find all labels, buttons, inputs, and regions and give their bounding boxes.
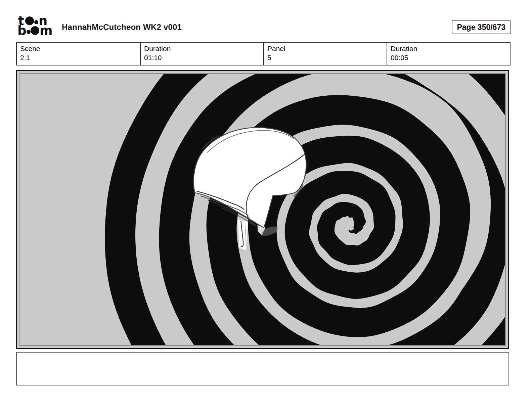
caption-box <box>16 352 509 385</box>
scene-duration-value: 01:10 <box>144 53 260 62</box>
storyboard-drawing <box>20 74 505 345</box>
logo-letter-b: b <box>17 24 27 36</box>
storyboard-page: t n b m HannahMcCutcheon WK2 v001 Page 3… <box>0 0 532 411</box>
info-cell-scene: Scene 2.1 <box>17 43 140 65</box>
info-cell-scene-duration: Duration 01:10 <box>140 43 263 65</box>
panel-label: Panel <box>267 44 383 53</box>
panel-info-table: Scene 2.1 Duration 01:10 Panel 5 Duratio… <box>16 42 511 65</box>
panel-value: 5 <box>267 53 383 62</box>
logo-dot-large-bottom <box>31 26 39 35</box>
info-cell-panel-duration: Duration 00:05 <box>387 43 510 65</box>
page-number-badge: Page 350/673 <box>452 20 511 34</box>
logo-dot-small-top <box>34 20 38 24</box>
toonboom-logo-icon: t n b m <box>17 14 58 36</box>
storyboard-panel-frame <box>16 70 509 349</box>
storyboard-panel-inner-frame <box>19 73 506 346</box>
info-cell-panel: Panel 5 <box>263 43 387 65</box>
logo-letter-m: m <box>40 24 53 36</box>
panel-duration-value: 00:05 <box>391 53 506 62</box>
scene-label: Scene <box>20 44 137 53</box>
scene-duration-label: Duration <box>144 44 260 53</box>
panel-duration-label: Duration <box>391 44 506 53</box>
logo-dot-large-top <box>25 16 34 25</box>
project-title: HannahMcCutcheon WK2 v001 <box>62 22 182 32</box>
scene-value: 2.1 <box>20 53 137 62</box>
logo-dot-small-bottom <box>27 30 31 34</box>
